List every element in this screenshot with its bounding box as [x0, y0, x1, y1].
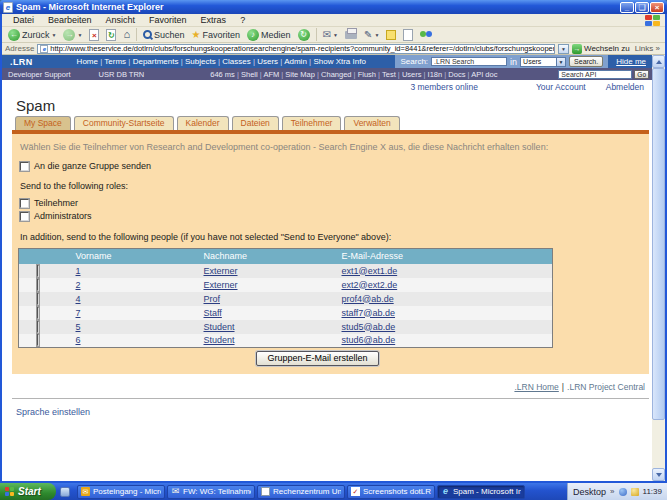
chevron-down-icon[interactable]: ▼: [556, 58, 565, 66]
api-search-input[interactable]: [558, 70, 632, 79]
email-link[interactable]: ext1@ext1.de: [342, 266, 398, 276]
email-link[interactable]: prof4@ab.de: [342, 294, 394, 304]
menu-favoriten[interactable]: Favoriten: [142, 15, 194, 25]
back-dropdown-icon[interactable]: ▼: [52, 32, 57, 38]
quick-launch-icon[interactable]: [60, 487, 70, 497]
menu-datei[interactable]: Datei: [6, 15, 41, 25]
members-online-link[interactable]: 3 members online: [410, 82, 478, 92]
vorname-link[interactable]: 1: [76, 266, 81, 276]
edit-dropdown-icon[interactable]: ▼: [374, 32, 379, 38]
your-account-link[interactable]: Your Account: [536, 82, 586, 92]
favorites-button[interactable]: ★ Favoriten: [189, 27, 244, 42]
minimize-button[interactable]: _: [620, 2, 634, 13]
dev-docs-link[interactable]: Docs: [448, 70, 471, 79]
dev-i18n-link[interactable]: I18n: [428, 70, 449, 79]
create-group-email-button[interactable]: Gruppen-E-Mail erstellen: [256, 351, 378, 366]
tray-update-icon[interactable]: [631, 488, 639, 496]
url-dropdown-icon[interactable]: ▼: [558, 44, 569, 54]
nachname-link[interactable]: Staff: [204, 308, 222, 318]
menu-hilfe[interactable]: ?: [233, 15, 252, 25]
nav-departments[interactable]: Departments: [133, 57, 185, 66]
vorname-link[interactable]: 2: [76, 280, 81, 290]
vorname-link[interactable]: 5: [76, 322, 81, 332]
role-administrators-checkbox[interactable]: [20, 212, 29, 221]
menu-extras[interactable]: Extras: [194, 15, 234, 25]
nachname-link[interactable]: Externer: [204, 280, 238, 290]
send-to-all-checkbox[interactable]: [20, 162, 29, 171]
dev-shell-link[interactable]: Shell: [241, 70, 263, 79]
row-checkbox[interactable]: [37, 321, 39, 333]
history-button[interactable]: ↻: [295, 27, 313, 42]
row-checkbox[interactable]: [37, 265, 39, 277]
row-checkbox[interactable]: [37, 293, 39, 305]
dev-afm-link[interactable]: AFM: [263, 70, 285, 79]
notes-button[interactable]: [383, 27, 399, 42]
links-chevron-icon[interactable]: »: [656, 44, 660, 53]
vorname-link[interactable]: 7: [76, 308, 81, 318]
tab-verwalten[interactable]: Verwalten: [344, 116, 399, 130]
close-button[interactable]: ×: [650, 2, 664, 13]
messenger-button[interactable]: [417, 27, 436, 42]
mail-dropdown-icon[interactable]: ▼: [333, 32, 338, 38]
nachname-link[interactable]: Externer: [204, 266, 238, 276]
tab-kalender[interactable]: Kalender: [177, 116, 229, 130]
window-titlebar[interactable]: e Spam - Microsoft Internet Explorer _ ❏…: [0, 0, 667, 14]
taskbar-task-mail-message[interactable]: ✉ FW: WG: Teilnahme v...: [167, 485, 255, 499]
scrollbar-track[interactable]: [652, 420, 665, 468]
search-button[interactable]: Suchen: [140, 27, 188, 42]
dev-sitemap-link[interactable]: Site Map: [285, 70, 321, 79]
mail-button[interactable]: ✉▼: [320, 27, 341, 42]
set-language-link[interactable]: Sprache einstellen: [16, 407, 90, 417]
email-link[interactable]: stud5@ab.de: [342, 322, 396, 332]
header-search-button[interactable]: Search.: [569, 56, 603, 67]
nav-users[interactable]: Users: [257, 57, 284, 66]
toolbar-chevron-icon[interactable]: »: [610, 487, 614, 496]
email-link[interactable]: staff7@ab.de: [342, 308, 396, 318]
taskbar-task-spam-active[interactable]: e Spam - Microsoft Inte...: [437, 485, 525, 499]
media-button[interactable]: ♪ Medien: [244, 27, 294, 42]
dev-apidoc-link[interactable]: API doc: [471, 70, 497, 79]
scroll-up-button[interactable]: [652, 55, 665, 68]
tray-status-icon[interactable]: [619, 488, 627, 496]
nav-classes[interactable]: Classes: [222, 57, 257, 66]
links-toolbar[interactable]: Links »: [635, 44, 660, 53]
url-input[interactable]: e http://www.theservice.de/dotlrn/clubs/…: [37, 44, 555, 54]
row-checkbox[interactable]: [37, 334, 39, 346]
dev-test-link[interactable]: Test: [382, 70, 402, 79]
dev-flush-link[interactable]: Flush: [358, 70, 382, 79]
tab-teilnehmer[interactable]: Teilnehmer: [282, 116, 342, 130]
start-button[interactable]: Start: [0, 483, 56, 500]
dev-users-link[interactable]: Users: [402, 70, 428, 79]
stop-button[interactable]: ×: [86, 27, 102, 42]
scroll-down-button[interactable]: [652, 468, 665, 481]
tab-community-startseite[interactable]: Community-Startseite: [74, 116, 174, 130]
tab-my-space[interactable]: My Space: [15, 116, 71, 130]
role-teilnehmer-checkbox[interactable]: [20, 199, 29, 208]
email-link[interactable]: ext2@ext2.de: [342, 280, 398, 290]
lrn-logo[interactable]: .LRN: [10, 57, 33, 67]
menu-bearbeiten[interactable]: Bearbeiten: [41, 15, 99, 25]
menu-ansicht[interactable]: Ansicht: [99, 15, 143, 25]
taskbar-task-rechenzentrum[interactable]: Rechenzentrum Uni K...: [257, 485, 345, 499]
go-button[interactable]: → Wechseln zu: [572, 44, 630, 54]
nachname-link[interactable]: Student: [204, 322, 235, 332]
hide-me-link[interactable]: Hide me: [616, 57, 646, 66]
refresh-button[interactable]: ↻: [103, 27, 119, 42]
nav-terms[interactable]: Terms: [104, 57, 132, 66]
nachname-link[interactable]: Prof: [204, 294, 221, 304]
vorname-link[interactable]: 4: [76, 294, 81, 304]
home-button[interactable]: ⌂: [120, 27, 133, 42]
search-scope-select[interactable]: Users ▼: [520, 57, 566, 67]
taskbar-task-posteingang[interactable]: ✉ Posteingang - Micros...: [77, 485, 165, 499]
api-search-go-button[interactable]: Go: [634, 70, 649, 79]
vorname-link[interactable]: 6: [76, 335, 81, 345]
email-link[interactable]: stud6@ab.de: [342, 335, 396, 345]
document-button[interactable]: [400, 27, 416, 42]
edit-button[interactable]: ✎▼: [361, 27, 382, 42]
nav-subjects[interactable]: Subjects: [185, 57, 222, 66]
nav-show-xtra-info[interactable]: Show Xtra Info: [313, 57, 365, 66]
scrollbar-thumb[interactable]: [652, 68, 665, 420]
row-checkbox[interactable]: [37, 279, 39, 291]
tab-dateien[interactable]: Dateien: [232, 116, 279, 130]
lrn-search-input[interactable]: [431, 57, 507, 66]
